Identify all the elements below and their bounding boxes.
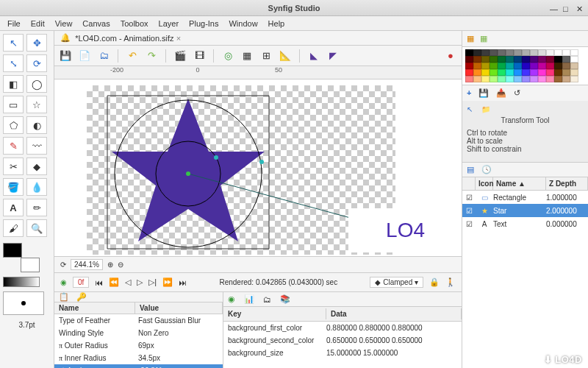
palette-swatch[interactable] [570, 76, 578, 82]
menu-file[interactable]: File [3, 18, 25, 29]
canvas-text-layer[interactable]: LO4 [348, 208, 428, 252]
params-tab2-icon[interactable]: 🔑 [76, 292, 87, 302]
mirror-tool-icon[interactable]: ◧ [3, 75, 24, 93]
palette-swatch[interactable] [473, 69, 481, 76]
palette-swatch[interactable] [546, 49, 554, 56]
param-row[interactable]: Winding StyleNon Zero [54, 327, 223, 339]
palette-swatch[interactable] [538, 63, 546, 69]
tool-options-cursor-icon[interactable]: ↖ [467, 105, 473, 113]
palette-swatch[interactable] [498, 63, 506, 69]
redo-icon[interactable]: ↷ [145, 49, 158, 63]
onion-skin-icon[interactable]: ◎ [221, 49, 234, 63]
palette-save-icon[interactable]: 📥 [496, 88, 506, 98]
palette-swatch[interactable] [514, 49, 522, 56]
palette-swatch[interactable] [554, 76, 562, 82]
meta-col-data[interactable]: Data [326, 308, 462, 319]
frame-field[interactable]: 0f [73, 277, 89, 288]
palette-swatch[interactable] [554, 69, 562, 76]
palette-swatch[interactable] [473, 63, 481, 69]
render-icon[interactable]: 🎬 [173, 49, 187, 63]
param-row[interactable]: π Outer Radius69px [54, 339, 223, 352]
palette-swatch[interactable] [506, 76, 514, 82]
menu-layer[interactable]: Layer [154, 18, 184, 29]
seek-begin-icon[interactable]: ⏮ [95, 278, 103, 287]
zoom-tool-icon[interactable]: 🔍 [26, 219, 47, 237]
seek-next-icon[interactable]: ▷| [148, 277, 157, 287]
palette-swatch[interactable] [538, 56, 546, 63]
metadata-row[interactable]: background_second_color0.650000 0.650000… [223, 334, 462, 347]
palette-swatch[interactable] [465, 56, 473, 63]
keyframe-lock-icon[interactable]: 🔒 [429, 277, 440, 287]
palette-swatch[interactable] [490, 69, 498, 76]
draw-tool-icon[interactable]: 〰 [26, 137, 47, 155]
canvas[interactable]: LO4 [69, 79, 462, 256]
brush-preview[interactable] [3, 291, 44, 315]
layer-row[interactable]: ☑▭Rectangle1.000000 [462, 191, 588, 204]
palette-swatch[interactable] [530, 63, 538, 69]
gradient-tool-icon[interactable]: ◐ [26, 116, 47, 134]
seek-end-icon[interactable]: ⏭ [179, 278, 187, 287]
palette-swatch[interactable] [490, 56, 498, 63]
palette-swatch[interactable] [562, 56, 570, 63]
palette-swatch[interactable] [538, 69, 546, 76]
color-swatch[interactable] [3, 243, 40, 272]
snap-grid-icon[interactable]: ⊞ [259, 49, 273, 63]
animate-mode-icon[interactable]: ◉ [60, 278, 67, 286]
palette-swatch[interactable] [562, 63, 570, 69]
menu-toolbox[interactable]: Toolbox [116, 18, 153, 29]
default-gradient[interactable] [3, 277, 40, 287]
rotate-tool-icon[interactable]: ⟳ [26, 54, 47, 72]
preview-icon[interactable]: 🎞 [193, 49, 206, 63]
palette-tab-default-icon[interactable]: ▦ [467, 34, 474, 43]
palette-swatch[interactable] [490, 63, 498, 69]
circle-tool-icon[interactable]: ◯ [26, 75, 47, 93]
refresh-icon[interactable]: ⟳ [60, 261, 66, 269]
menu-view[interactable]: View [51, 18, 77, 29]
palette-add-icon[interactable]: + [467, 88, 471, 98]
palette-swatch[interactable] [554, 63, 562, 69]
palette-swatch[interactable] [554, 49, 562, 56]
palette-swatch[interactable] [546, 69, 554, 76]
palette-swatch[interactable] [514, 76, 522, 82]
palette-swatch[interactable] [554, 56, 562, 63]
metadata-row[interactable]: background_first_color0.880000 0.880000 … [223, 322, 462, 334]
palette-swatch[interactable] [473, 76, 481, 82]
fill-color-icon[interactable] [21, 258, 40, 272]
cutout-tool-icon[interactable]: ✂ [3, 158, 24, 175]
spline-tool-icon[interactable]: ✎ [3, 137, 24, 155]
palette-swatch[interactable] [546, 63, 554, 69]
palette-swatch[interactable] [498, 49, 506, 56]
eyedrop-tool-icon[interactable]: 💧 [26, 178, 47, 196]
palette-swatch[interactable] [546, 76, 554, 82]
meta-tab3-icon[interactable]: 🗂 [263, 295, 271, 304]
minimize-icon[interactable]: — [550, 4, 557, 12]
seek-prev-icon[interactable]: ◁ [125, 277, 131, 287]
palette-swatch[interactable] [481, 56, 490, 63]
duck-mask-icon[interactable]: ◣ [307, 49, 320, 63]
meta-tab4-icon[interactable]: 📚 [280, 294, 290, 304]
palette-swatch[interactable] [506, 49, 514, 56]
palette-swatch[interactable] [514, 69, 522, 76]
layers-history-icon[interactable]: 🕓 [481, 165, 492, 174]
rectangle-tool-icon[interactable]: ▭ [3, 96, 24, 113]
play-icon[interactable]: ▷ [137, 277, 143, 287]
layer-row[interactable]: ☑★Star2.000000 [462, 204, 588, 217]
save-all-icon[interactable]: 🗂 [97, 49, 110, 63]
record-icon[interactable]: ● [444, 49, 457, 63]
save-as-icon[interactable]: 📄 [78, 49, 91, 63]
snap-icon[interactable]: ⊖ [118, 261, 123, 269]
palette-swatch[interactable] [490, 76, 498, 82]
palette-swatch[interactable] [481, 63, 490, 69]
document-tab[interactable]: 🔔 *LO4D.com - Animation.sifz × [54, 31, 462, 46]
outline-color-icon[interactable] [3, 243, 22, 258]
palette-swatch[interactable] [490, 49, 498, 56]
param-row[interactable]: π Inner Radius34.5px [54, 352, 223, 364]
palette-swatch[interactable] [570, 69, 578, 76]
params-tab-icon[interactable]: 📋 [59, 292, 69, 302]
animate-editing-icon[interactable]: 🚶 [445, 277, 456, 287]
palette-swatch[interactable] [498, 76, 506, 82]
palette-swatch[interactable] [506, 69, 514, 76]
palette-swatch[interactable] [465, 76, 473, 82]
maximize-icon[interactable]: □ [563, 4, 570, 12]
palette-swatch[interactable] [514, 63, 522, 69]
